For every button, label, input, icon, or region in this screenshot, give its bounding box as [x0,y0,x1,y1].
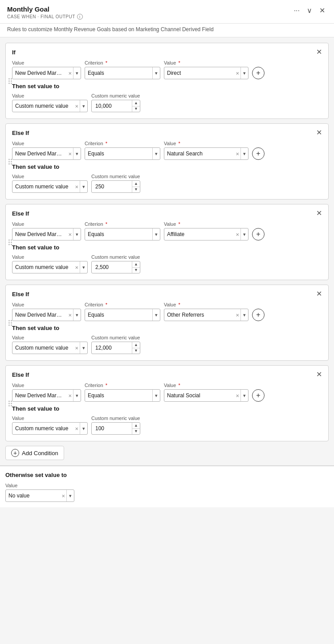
otherwise-value-arrow[interactable]: ▾ [66,490,74,501]
drag-handle-2 [8,159,13,164]
value-arrow-3[interactable]: ▾ [73,228,81,240]
numeric-input-wrapper-3[interactable]: ▲ ▼ [91,261,140,273]
value-select-4[interactable]: New Derived Marketing Channe..x × ▾ [12,309,81,321]
then-value-arrow-1[interactable]: ▾ [80,100,87,112]
then-value-select-3[interactable]: Custom numeric value × ▾ [12,261,88,273]
value2-clear-3[interactable]: × [234,232,240,237]
criterion-field-group-4: Criterion * Equals ▾ [85,302,160,321]
numeric-down-4[interactable]: ▼ [132,348,140,354]
criterion-arrow-1[interactable]: ▾ [152,67,160,79]
numeric-input-4[interactable] [92,345,132,351]
value2-clear-2[interactable]: × [234,151,240,157]
then-value-label-5: Value [12,416,88,421]
value2-select-2[interactable]: Natural Search × ▾ [164,147,248,160]
criterion-select-5[interactable]: Equals ▾ [85,389,160,402]
then-value-clear-2[interactable]: × [73,184,80,190]
value-arrow-4[interactable]: ▾ [73,309,81,321]
value2-select-4[interactable]: Other Referrers × ▾ [164,309,248,321]
value-clear-4[interactable]: × [67,312,73,318]
then-value-select-4[interactable]: Custom numeric value × ▾ [12,342,88,354]
value-select-2[interactable]: New Derived Marketing Channe..x × ▾ [12,147,81,160]
otherwise-value-select[interactable]: No value × ▾ [5,489,74,502]
if-block: If ✕ Value New Derived Marketing Channe.… [5,43,329,119]
value2-arrow-3[interactable]: ▾ [240,228,248,240]
info-icon[interactable]: i [77,14,83,20]
numeric-down-1[interactable]: ▼ [132,106,140,112]
numeric-input-5[interactable] [92,425,132,432]
criterion-arrow-5[interactable]: ▾ [152,390,160,401]
numeric-up-4[interactable]: ▲ [132,342,140,348]
otherwise-value-clear[interactable]: × [60,493,66,499]
value2-arrow-5[interactable]: ▾ [240,390,248,401]
numeric-up-1[interactable]: ▲ [132,100,140,106]
numeric-input-1[interactable] [92,103,132,109]
numeric-input-wrapper-2[interactable]: ▲ ▼ [91,180,140,193]
criterion-arrow-3[interactable]: ▾ [152,228,160,240]
close-block-2[interactable]: ✕ [316,129,322,136]
value-clear-2[interactable]: × [67,151,73,157]
criterion-select-3[interactable]: Equals ▾ [85,228,160,240]
then-value-select-2[interactable]: Custom numeric value × ▾ [12,180,88,193]
then-value-clear-5[interactable]: × [73,426,80,432]
value-arrow-1[interactable]: ▾ [73,67,81,79]
then-value-clear-3[interactable]: × [73,265,80,270]
criterion-select-2[interactable]: Equals ▾ [85,147,160,160]
value-select-3[interactable]: New Derived Marketing Channe..x × ▾ [12,228,81,240]
value-clear-5[interactable]: × [67,393,73,399]
numeric-input-2[interactable] [92,183,132,190]
then-value-arrow-3[interactable]: ▾ [80,261,87,273]
add-condition-button[interactable]: + Add Condition [5,446,64,460]
value-select-5[interactable]: New Derived Marketing Channe..x × ▾ [12,389,81,402]
add-value-btn-1[interactable]: + [252,67,265,79]
value2-select-3[interactable]: Affiliate × ▾ [164,228,248,240]
block-label-5: Else If [12,371,29,378]
numeric-up-5[interactable]: ▲ [132,423,140,429]
criterion-arrow-2[interactable]: ▾ [152,148,160,159]
value-clear-3[interactable]: × [67,232,73,237]
value-arrow-2[interactable]: ▾ [73,148,81,159]
numeric-down-5[interactable]: ▼ [132,429,140,435]
then-value-select-5[interactable]: Custom numeric value × ▾ [12,422,88,435]
add-value-btn-4[interactable]: + [252,309,265,321]
then-value-arrow-5[interactable]: ▾ [80,423,87,434]
numeric-input-3[interactable] [92,264,132,270]
close-block-3[interactable]: ✕ [316,210,322,217]
add-value-btn-3[interactable]: + [252,228,265,240]
add-value-btn-5[interactable]: + [252,389,265,402]
numeric-down-3[interactable]: ▼ [132,268,140,273]
add-value-btn-2[interactable]: + [252,147,265,160]
numeric-up-2[interactable]: ▲ [132,181,140,187]
criterion-arrow-4[interactable]: ▾ [152,309,160,321]
more-button[interactable]: ··· [292,6,301,16]
value2-arrow-4[interactable]: ▾ [240,309,248,321]
close-block-1[interactable]: ✕ [316,49,322,56]
value2-arrow-2[interactable]: ▾ [240,148,248,159]
then-value-group-1: Value Custom numeric value × ▾ [12,93,88,112]
value2-select-5[interactable]: Natural Social × ▾ [164,389,248,402]
value-select-1[interactable]: New Derived Marketing Channe..x × ▾ [12,67,81,79]
then-value-arrow-4[interactable]: ▾ [80,342,87,354]
numeric-up-3[interactable]: ▲ [132,261,140,268]
value-clear-1[interactable]: × [67,70,73,76]
numeric-input-wrapper-5[interactable]: ▲ ▼ [91,422,140,435]
then-value-select-1[interactable]: Custom numeric value × ▾ [12,100,88,112]
value2-arrow-1[interactable]: ▾ [240,67,248,79]
value2-clear-4[interactable]: × [234,312,240,318]
numeric-input-wrapper-4[interactable]: ▲ ▼ [91,342,140,354]
then-value-arrow-2[interactable]: ▾ [80,181,87,192]
close-button[interactable]: ✕ [318,5,327,16]
then-value-clear-1[interactable]: × [73,103,80,109]
close-block-5[interactable]: ✕ [316,371,322,378]
criterion-select-1[interactable]: Equals ▾ [85,67,160,79]
value2-select-1[interactable]: Direct × ▾ [164,67,248,79]
numeric-input-wrapper-1[interactable]: ▲ ▼ [91,100,140,112]
close-block-4[interactable]: ✕ [316,290,322,298]
chevron-button[interactable]: ∨ [305,5,314,16]
value-arrow-5[interactable]: ▾ [73,390,81,401]
value2-clear-5[interactable]: × [234,393,240,399]
criterion-select-4[interactable]: Equals ▾ [85,309,160,321]
value2-clear-1[interactable]: × [234,70,240,76]
then-value-clear-4[interactable]: × [73,345,80,351]
numeric-down-2[interactable]: ▼ [132,187,140,193]
then-value-label-1: Value [12,93,88,98]
